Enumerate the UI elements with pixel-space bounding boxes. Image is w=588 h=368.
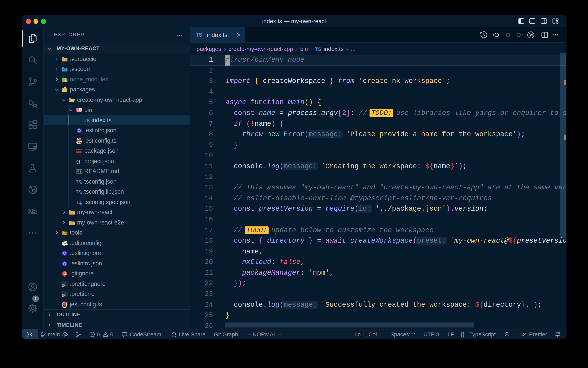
svg-text:10: 10 — [79, 110, 81, 112]
svg-text:{ }: { } — [76, 159, 80, 164]
svg-text:TS: TS — [76, 200, 81, 205]
svg-text:≥: ≥ — [33, 208, 37, 216]
svg-text:N: N — [28, 207, 34, 215]
svg-text:npm: npm — [77, 150, 81, 152]
svg-text:TS: TS — [76, 190, 81, 194]
svg-text:JS: JS — [65, 79, 67, 81]
svg-text:TS: TS — [76, 179, 81, 184]
svg-text:TS: TS — [83, 118, 90, 123]
